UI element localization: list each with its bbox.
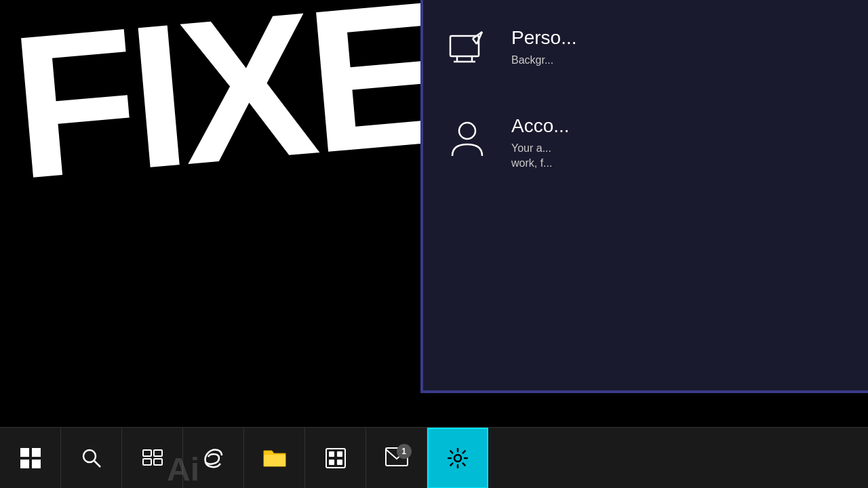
svg-rect-21 [337,451,342,457]
accounts-title: Acco... [511,115,570,137]
personalization-desc: Backgr... [511,53,576,68]
svg-point-26 [454,455,461,462]
svg-rect-10 [20,460,29,468]
svg-rect-22 [329,460,334,465]
store-button[interactable] [305,428,366,489]
personalization-text: Perso... Backgr... [511,27,576,68]
svg-point-7 [459,123,475,139]
svg-rect-0 [450,36,479,56]
edge-icon [203,447,224,469]
accounts-icon [443,115,491,163]
mail-badge: 1 [397,444,412,459]
svg-rect-19 [326,449,345,468]
personalization-icon [443,27,491,75]
personalization-title: Perso... [511,27,576,49]
svg-rect-17 [154,459,162,465]
accounts-item[interactable]: Acco... Your a...work, f... [443,115,848,171]
svg-rect-20 [329,451,334,457]
mail-wrapper: 1 [385,447,408,469]
accounts-desc: Your a...work, f... [511,141,570,171]
svg-rect-11 [32,460,41,468]
main-area: FIXED Perso... Backgr... [0,0,868,427]
svg-rect-16 [143,459,151,465]
start-button[interactable] [0,428,61,489]
mail-button[interactable]: 1 [366,428,427,489]
settings-gear-icon [448,448,468,468]
svg-rect-15 [154,450,162,456]
personalization-item[interactable]: Perso... Backgr... [443,27,848,75]
svg-rect-23 [337,460,342,465]
svg-rect-8 [20,448,29,457]
windows-icon [20,448,41,468]
taskbar: 1 [0,427,868,488]
file-explorer-button[interactable] [244,428,305,489]
svg-rect-9 [32,448,41,457]
svg-rect-14 [143,450,151,456]
settings-button[interactable] [427,428,488,489]
svg-line-13 [94,461,100,467]
settings-panel[interactable]: Perso... Backgr... Acco... Your a...work… [420,0,868,393]
search-button[interactable] [61,428,122,489]
search-icon [81,448,102,468]
folder-icon [263,448,286,468]
svg-rect-18 [264,455,285,466]
accounts-text: Acco... Your a...work, f... [511,115,570,171]
taskview-icon [142,448,163,468]
svg-line-5 [473,39,477,44]
ai-overlay-text: Ai [167,451,199,488]
svg-point-12 [83,450,96,462]
store-icon [326,448,346,468]
